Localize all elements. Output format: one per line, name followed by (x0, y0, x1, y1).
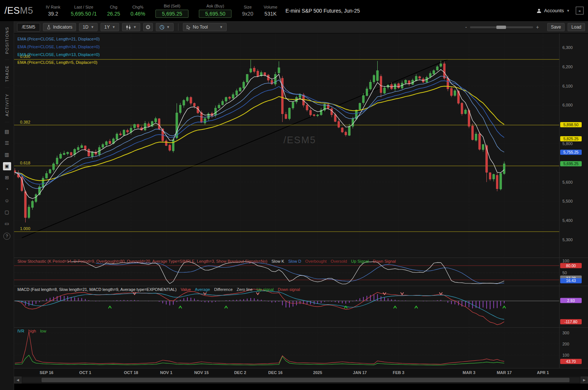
main-price-chart[interactable]: 6,3006,2006,1006,0005,9005,8005,7005,600… (14, 33, 588, 258)
macd-legend-item: Down signal (278, 287, 300, 292)
time-axis-label: SEP 16 (40, 370, 53, 375)
orders-icon[interactable]: ▥ (3, 151, 11, 159)
svg-text:5,800: 5,800 (562, 141, 573, 146)
chart-settings-button[interactable] (143, 23, 153, 31)
time-axis-label: MAR 17 (497, 370, 512, 375)
bid-sell-button[interactable]: 5,695.25 (155, 10, 188, 18)
symbol-root: /ES (4, 5, 20, 16)
macd-panel[interactable]: 2.93-117.80 MACD (Fast length=8, Slow le… (14, 286, 588, 327)
quote-field-bid-sell: Bid (Sell)5,695.25 (155, 4, 188, 18)
history-icon[interactable]: ◔ (3, 185, 11, 193)
indicators-button[interactable]: Indicators (43, 23, 76, 31)
news-icon[interactable]: ▤ (3, 128, 11, 136)
svg-text:16.43: 16.43 (566, 278, 576, 283)
ivr-label[interactable]: IVR (17, 329, 24, 333)
svg-text:6,000: 6,000 (562, 103, 573, 107)
ivr-legend-item: high (28, 329, 36, 333)
macd-legend-item: Average (195, 287, 210, 292)
chart-watermark: /ESM5 (283, 134, 316, 145)
svg-text:80.00: 80.00 (566, 263, 576, 268)
stochastic-panel[interactable]: 10080.005027.2816.43 Slow Stochastic (K … (14, 258, 588, 286)
chart-mode-button[interactable]: ▼ (156, 23, 174, 31)
collapse-panel-button[interactable]: « (576, 7, 584, 14)
ema-legend-item[interactable]: EMA (Price=CLOSE, Length=13, Displace=0) (17, 51, 100, 59)
svg-text:5,400: 5,400 (562, 218, 573, 223)
fib-level-label: 1.000 (20, 226, 30, 231)
quote-label: IV Rank (46, 5, 60, 9)
sidebar-tab-trade[interactable]: TRADE (5, 60, 9, 88)
range-select[interactable]: 1Y▼ (101, 23, 119, 31)
save-button[interactable]: Save (547, 23, 565, 31)
help-icon[interactable]: ? (3, 233, 10, 240)
calendar-icon[interactable]: ▢ (3, 208, 11, 216)
person-icon (536, 8, 542, 13)
pie-chart-icon (160, 25, 164, 30)
scrollbar-thumb[interactable] (42, 378, 569, 382)
svg-text:43.70: 43.70 (566, 359, 576, 364)
cursor-icon (187, 25, 191, 30)
chart-style-button[interactable]: ▼ (122, 23, 140, 31)
chart-icon[interactable]: ▣ (3, 162, 11, 170)
watchlist-icon[interactable]: ☰ (3, 139, 11, 147)
indicators-label: Indicators (53, 24, 72, 30)
svg-text:5,600: 5,600 (562, 180, 573, 184)
time-axis-label: DEC 2 (234, 370, 246, 375)
sidebar-tab-positions[interactable]: POSITIONS (5, 21, 9, 60)
ask-buy-button[interactable]: 5,695.50 (199, 10, 232, 18)
chart-toolbar: /ESM5 Indicators 1D▼ 1Y▼ ▼ ▼ No Tool (14, 21, 588, 33)
macd-label[interactable]: MACD (Fast length=8, Slow length=21, MAC… (17, 287, 177, 292)
platform-icon[interactable]: ▭ (3, 220, 11, 228)
svg-text:5,898.50: 5,898.50 (564, 122, 579, 127)
quote-label: Size (244, 5, 252, 9)
quote-label: Volume (264, 5, 277, 9)
accounts-menu[interactable]: Accounts ▼ (536, 8, 570, 13)
zoom-slider-thumb[interactable] (496, 26, 506, 29)
load-button[interactable]: Load (568, 23, 585, 31)
chevron-down-icon: ▼ (220, 25, 223, 29)
tool-select[interactable]: No Tool ▼ (183, 23, 227, 31)
svg-text:6,100: 6,100 (562, 84, 573, 88)
ema-legend-item[interactable]: EMA (Price=CLOSE, Length=21, Displace=0) (17, 35, 100, 43)
toolbar-divider (178, 23, 178, 31)
quote-field-size: Size9x20 (242, 5, 253, 17)
candlestick-icon (126, 25, 131, 30)
scroll-right-button[interactable]: ▶ (581, 377, 588, 383)
ivr-panel[interactable]: 30020010043.70 IVRhighlow (14, 327, 588, 368)
zoom-out-button[interactable]: - (465, 24, 467, 30)
quote-value: 5,695.50 /1 (71, 11, 97, 17)
stochastic-legend: Slow Stochastic (K Period=14, D Period=9… (17, 259, 400, 263)
stochastic-label[interactable]: Slow Stochastic (K Period=14, D Period=9… (17, 259, 267, 263)
chevron-down-icon: ▼ (133, 25, 137, 29)
svg-text:6,200: 6,200 (562, 65, 573, 69)
time-axis-label: FEB 3 (393, 370, 404, 375)
scrollbar-track[interactable] (22, 377, 580, 383)
quote-value: 0.46% (131, 11, 145, 17)
time-axis-label: DEC 16 (268, 370, 283, 375)
flask-icon (47, 25, 51, 29)
zoom-control: - + (465, 24, 539, 30)
svg-text:300: 300 (562, 331, 569, 335)
fib-level-label: 0.382 (20, 120, 30, 124)
chart-scrollbar: ◀ ▶ (14, 376, 588, 384)
svg-text:5,825.25: 5,825.25 (564, 137, 579, 141)
sidebar-icons: ▤☰▥▣⊞◔☺▢▭? (3, 128, 11, 390)
svg-text:2.93: 2.93 (567, 298, 575, 303)
timeframe-select[interactable]: 1D▼ (79, 23, 98, 31)
scroll-left-button[interactable]: ◀ (14, 377, 22, 383)
apps-icon[interactable]: ⊞ (3, 174, 11, 182)
time-axis-label: OCT 18 (124, 370, 138, 375)
symbol-tab[interactable]: /ESM5 (17, 23, 40, 32)
ema-legend-item[interactable]: EMA (Price=CLOSE, Length=5, Displace=0) (17, 59, 100, 66)
quote-label: Chg% (132, 5, 144, 9)
svg-text:5,755.25: 5,755.25 (564, 150, 579, 154)
zoom-in-button[interactable]: + (536, 24, 539, 30)
zoom-slider-track[interactable] (470, 26, 533, 28)
left-sidebar: POSITIONSTRADEACTIVITY ▤☰▥▣⊞◔☺▢▭? (0, 21, 14, 390)
sidebar-tab-activity[interactable]: ACTIVITY (5, 88, 9, 122)
quote-field-ask-buy: Ask (Buy)5,695.50 (199, 4, 232, 18)
ema-legend-item[interactable]: EMA (Price=CLOSE, Length=34, Displace=0) (17, 43, 100, 51)
stochastic-legend-item: Down Signal (373, 259, 396, 263)
community-icon[interactable]: ☺ (3, 197, 11, 205)
svg-text:100: 100 (562, 353, 569, 357)
quote-field-volume: Volume531K (264, 5, 277, 17)
